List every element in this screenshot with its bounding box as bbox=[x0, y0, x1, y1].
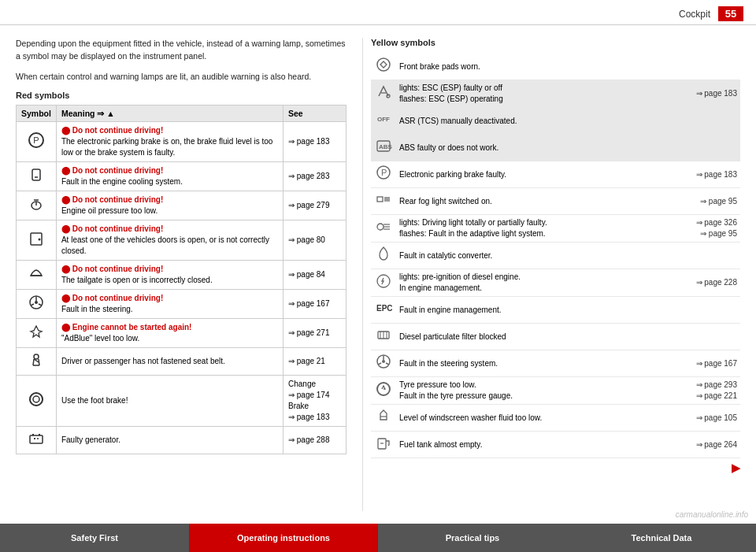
yellow-description: ABS faulty or does not work. bbox=[396, 135, 659, 161]
symbol-icon bbox=[17, 427, 57, 454]
yellow-description: Rear fog light switched on. bbox=[396, 188, 659, 215]
meaning-text: The tailgate is open or is incorrectly c… bbox=[61, 276, 213, 284]
yellow-see-cell: ⇒ page 95 bbox=[659, 188, 740, 215]
page-header: Cockpit 55 bbox=[0, 0, 756, 25]
svg-point-45 bbox=[382, 360, 385, 363]
right-column: Yellow symbols Front brake pads worn.lig… bbox=[362, 38, 740, 511]
table-row: Fuel tank almost empty.⇒ page 264 bbox=[371, 432, 740, 458]
col-symbol: Symbol bbox=[17, 106, 57, 122]
meaning-cell: ⬤ Do not continue driving!At least one o… bbox=[56, 220, 283, 261]
svg-point-23 bbox=[377, 58, 390, 71]
svg-rect-17 bbox=[30, 435, 43, 443]
yellow-description: lights: ESC (ESP) faulty or off flashes:… bbox=[396, 80, 659, 108]
meaning-text: At least one of the vehicles doors is op… bbox=[61, 235, 269, 255]
meaning-cell: ⬤ Engine cannot be started again!"AdBlue… bbox=[56, 319, 283, 348]
yellow-symbol-icon: EPC bbox=[371, 297, 396, 324]
col-see: See bbox=[284, 106, 346, 122]
footer-tab-label: Technical Data bbox=[632, 533, 692, 543]
yellow-see-cell: ⇒ page 228 bbox=[659, 269, 740, 297]
table-row: Fault in catalytic converter. bbox=[371, 243, 740, 269]
meaning-cell: ⬤ Do not continue driving!The tailgate i… bbox=[56, 261, 283, 290]
table-row: Tyre pressure too low. Fault in the tyre… bbox=[371, 377, 740, 405]
meaning-bold: ⬤ Do not continue driving! bbox=[61, 126, 163, 135]
red-symbols-title: Red symbols bbox=[16, 91, 346, 100]
yellow-description: Fuel tank almost empty. bbox=[396, 432, 659, 458]
yellow-symbol-icon bbox=[371, 80, 396, 108]
see-cell: ⇒ page 288 bbox=[284, 427, 346, 454]
yellow-symbol-icon bbox=[371, 54, 396, 80]
meaning-text: Engine oil pressure too low. bbox=[61, 206, 158, 215]
yellow-description: Fault in engine management. bbox=[396, 297, 659, 324]
yellow-symbol-icon bbox=[371, 269, 396, 297]
svg-rect-30 bbox=[377, 197, 383, 202]
footer-tab[interactable]: Safety First bbox=[0, 524, 189, 552]
yellow-symbol-icon bbox=[371, 350, 396, 377]
yellow-see-cell bbox=[659, 324, 740, 350]
intro-para1: Depending upon the equipment fitted in t… bbox=[16, 38, 346, 63]
svg-line-11 bbox=[31, 304, 34, 306]
yellow-description: Fault in catalytic converter. bbox=[396, 243, 659, 269]
table-row: OFFASR (TCS) manually deactivated. bbox=[371, 108, 740, 135]
meaning-bold: ⬤ Engine cannot be started again! bbox=[61, 323, 191, 332]
intro-para2: When certain control and warning lamps a… bbox=[16, 71, 346, 83]
yellow-symbol-icon: ABS bbox=[371, 135, 396, 161]
yellow-description: Fault in the steering system. bbox=[396, 350, 659, 377]
footer-tab[interactable]: Practical tips bbox=[378, 524, 567, 552]
yellow-symbol-icon bbox=[371, 243, 396, 269]
yellow-see-cell: ⇒ page 326 ⇒ page 95 bbox=[659, 215, 740, 243]
table-row: ABSABS faulty or does not work. bbox=[371, 135, 740, 161]
yellow-symbol-icon bbox=[371, 432, 396, 458]
yellow-see-cell: ⇒ page 264 bbox=[659, 432, 740, 458]
yellow-see-cell bbox=[659, 243, 740, 269]
table-row: Rear fog light switched on.⇒ page 95 bbox=[371, 188, 740, 215]
table-row: lights: pre-ignition of diesel engine. I… bbox=[371, 269, 740, 297]
yellow-symbols-table: Front brake pads worn.lights: ESC (ESP) … bbox=[371, 54, 740, 458]
symbol-icon bbox=[17, 220, 57, 261]
table-row: ⬤ Do not continue driving!Fault in the e… bbox=[17, 162, 346, 191]
meaning-bold: ⬤ Do not continue driving! bbox=[61, 224, 163, 233]
footer-tab[interactable]: Technical Data bbox=[567, 524, 756, 552]
symbol-icon bbox=[17, 319, 57, 348]
table-row: Use the foot brake!Change ⇒ page 174 Bra… bbox=[17, 376, 346, 427]
yellow-see-cell bbox=[659, 297, 740, 324]
footer-tab-label: Operating instructions bbox=[237, 533, 330, 543]
svg-point-9 bbox=[35, 301, 38, 304]
yellow-symbol-icon: P bbox=[371, 161, 396, 188]
yellow-description: Electronic parking brake faulty. bbox=[396, 161, 659, 188]
table-row: Driver or passenger has not fastened sea… bbox=[17, 348, 346, 376]
page-number: 55 bbox=[718, 6, 743, 21]
table-row: EPCFault in engine management. bbox=[371, 297, 740, 324]
yellow-symbol-icon bbox=[371, 377, 396, 405]
footer-tab[interactable]: Operating instructions bbox=[189, 524, 378, 552]
watermark: carmanualonline.info bbox=[676, 510, 748, 519]
table-row: Diesel particulate filter blocked bbox=[371, 324, 740, 350]
yellow-see-cell: ⇒ page 183 bbox=[659, 161, 740, 188]
meaning-bold: ⬤ Do not continue driving! bbox=[61, 166, 163, 175]
svg-point-34 bbox=[377, 224, 384, 230]
table-row: ⬤ Do not continue driving!Fault in the s… bbox=[17, 290, 346, 319]
meaning-text: "AdBlue" level too low. bbox=[61, 334, 139, 343]
table-row: Level of windscreen washer fluid too low… bbox=[371, 405, 740, 432]
symbol-icon: P bbox=[17, 122, 57, 162]
meaning-text: Fault in the steering. bbox=[61, 305, 133, 313]
yellow-symbol-icon bbox=[371, 215, 396, 243]
yellow-see-cell: ⇒ page 183 bbox=[659, 80, 740, 108]
table-row: ⬤ Do not continue driving!At least one o… bbox=[17, 220, 346, 261]
see-cell: Change ⇒ page 174 Brake ⇒ page 183 bbox=[284, 376, 346, 427]
table-row: PElectronic parking brake faulty.⇒ page … bbox=[371, 161, 740, 188]
table-row: ⬤ Do not continue driving!Engine oil pre… bbox=[17, 191, 346, 220]
next-page-arrow[interactable]: ▶ bbox=[732, 461, 740, 474]
yellow-description: ASR (TCS) manually deactivated. bbox=[396, 108, 659, 135]
yellow-symbol-icon bbox=[371, 324, 396, 350]
meaning-cell: ⬤ Do not continue driving!Engine oil pre… bbox=[56, 191, 283, 220]
red-symbols-table: Symbol Meaning ⇒ ▲ See P⬤ Do not continu… bbox=[16, 105, 346, 454]
footer-tab-label: Practical tips bbox=[446, 533, 499, 543]
meaning-cell: ⬤ Do not continue driving!Fault in the e… bbox=[56, 162, 283, 191]
see-cell: ⇒ page 80 bbox=[284, 220, 346, 261]
yellow-symbol-icon bbox=[371, 405, 396, 432]
svg-line-48 bbox=[386, 363, 389, 365]
footer-navigation: Safety FirstOperating instructionsPracti… bbox=[0, 524, 756, 552]
chapter-title: Cockpit bbox=[679, 9, 710, 20]
yellow-see-cell: ⇒ page 293 ⇒ page 221 bbox=[659, 377, 740, 405]
svg-text:EPC: EPC bbox=[376, 304, 392, 313]
